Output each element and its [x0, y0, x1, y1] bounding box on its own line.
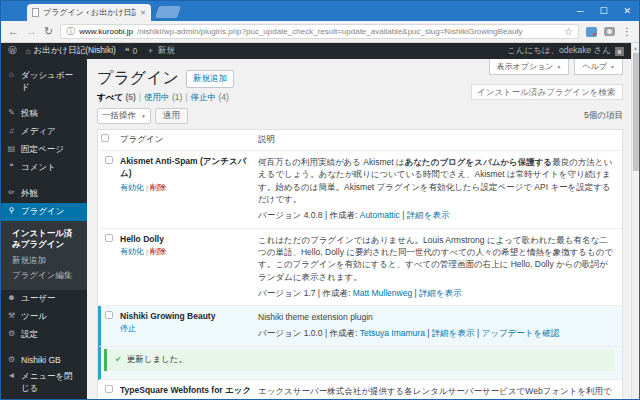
meta-link[interactable]: Automattic — [360, 210, 400, 220]
plugin-checkbox[interactable] — [105, 385, 113, 393]
maximize-button[interactable]: ☐ — [599, 6, 607, 16]
meta-link[interactable]: 詳細を表示 — [419, 288, 462, 298]
sidebar-item-dashboard[interactable]: ⌂ダッシュボード — [1, 67, 87, 97]
sidebar-item-users[interactable]: ☻ユーザー — [1, 290, 87, 308]
meta-link[interactable]: 詳細を表示 — [432, 328, 475, 338]
new-content-menu[interactable]: ＋ 新規 — [146, 45, 175, 57]
select-all-checkbox[interactable] — [101, 134, 109, 142]
meta-text: | — [475, 328, 482, 338]
sidebar-item-label: ツール — [21, 311, 47, 323]
url-host: www.kuroobi.jp — [79, 27, 133, 36]
activate-link[interactable]: 有効化 — [120, 183, 144, 192]
plugins-submenu: インストール済みプラグイン新規追加プラグイン編集 — [1, 221, 87, 290]
url-path: /nishiki/wp-admin/plugins.php?puc_update… — [137, 27, 560, 36]
bulk-action-select[interactable]: 一括操作 ▼ — [97, 108, 151, 124]
filter-active[interactable]: 使用中 (1) — [144, 92, 182, 102]
description-text: Nishiki theme extension plugin — [258, 312, 373, 322]
filter-label: 使用中 — [144, 92, 172, 102]
reload-icon[interactable]: ↻ — [44, 26, 53, 37]
users-icon: ☻ — [7, 293, 16, 302]
description-text: これはただのプラグインではありません。Louis Armstrong によって歌… — [258, 235, 613, 282]
account-menu[interactable]: こんにちは、odekake さん ☻ — [507, 45, 624, 57]
plus-icon: ＋ — [146, 45, 155, 57]
sidebar-item-tools[interactable]: ⚒ツール — [1, 308, 87, 326]
plugin-description: これはただのプラグインではありません。Louis Armstrong によって歌… — [258, 234, 614, 283]
submenu-item[interactable]: 新規追加 — [1, 253, 87, 268]
action-separator: | — [146, 183, 148, 192]
help-button[interactable]: ヘルプ ▼ — [574, 59, 623, 75]
filter-separator: | — [139, 92, 141, 102]
meta-link[interactable]: アップデートを確認 — [482, 328, 560, 338]
scroll-up-icon[interactable]: ▲ — [632, 43, 639, 51]
delete-link[interactable]: 削除 — [150, 183, 166, 192]
sidebar-item-pages[interactable]: ▤固定ページ — [1, 141, 87, 159]
extension-icon-2[interactable] — [604, 27, 615, 36]
delete-link[interactable]: 削除 — [150, 247, 166, 256]
description-text: 何百万もの利用実績がある Akismet は — [258, 157, 405, 167]
chrome-menu-icon[interactable]: ⋮ — [622, 26, 632, 37]
scrollbar-thumb[interactable] — [633, 53, 639, 171]
new-tab-button[interactable] — [155, 6, 181, 18]
description-text: あなたのブログをスパムから保護する — [405, 157, 553, 167]
appearance-icon: ✏ — [7, 188, 16, 197]
sidebar-item-collapse[interactable]: ◄メニューを閉じる — [1, 368, 87, 398]
submenu-item[interactable]: インストール済みプラグイン — [1, 226, 87, 253]
page-favicon-icon — [32, 8, 39, 17]
meta-link[interactable]: 詳細を表示 — [407, 210, 450, 220]
sidebar-item-media[interactable]: ♫メディア — [1, 123, 87, 141]
meta-link[interactable]: Tetsuya Imamura — [360, 328, 425, 338]
plugin-actions: 有効化|削除 — [120, 246, 252, 257]
sidebar-item-label: 外観 — [21, 188, 38, 200]
dashboard-icon: ⌂ — [7, 70, 16, 79]
row-checkbox-cell — [101, 306, 120, 346]
scrollbar[interactable]: ▲ — [631, 43, 639, 399]
add-new-plugin-button[interactable]: 新規追加 — [186, 70, 234, 88]
sidebar-item-nishiki[interactable]: ⚙Nishiki GB — [1, 352, 87, 368]
extension-icon-1[interactable] — [586, 27, 597, 37]
forward-icon[interactable]: → — [26, 26, 37, 37]
meta-text: | — [400, 210, 407, 220]
sidebar-item-posts[interactable]: ✎投稿 — [1, 105, 87, 123]
site-menu[interactable]: ⌂ お出かけ日記(Nishiki) — [26, 45, 116, 57]
table-header-row: プラグイン説明 — [98, 130, 622, 151]
bookmark-star-icon[interactable]: ☆ — [564, 26, 573, 37]
collapse-icon: ◄ — [7, 371, 16, 380]
chevron-down-icon: ▼ — [610, 64, 615, 70]
url-bar[interactable]: ⓘ www.kuroobi.jp /nishiki/wp-admin/plugi… — [60, 24, 579, 39]
deactivate-link[interactable]: 停止 — [120, 324, 136, 333]
plugin-checkbox[interactable] — [105, 234, 113, 242]
minimize-button[interactable]: ─ — [577, 6, 583, 16]
info-icon[interactable]: ⓘ — [66, 25, 75, 38]
screen-options-button[interactable]: 表示オプション ▼ — [489, 59, 570, 75]
sidebar-item-label: 固定ページ — [21, 144, 64, 156]
plugin-name-cell: TypeSquare Webfonts for エックスサーバー有効化|削除 — [120, 380, 258, 400]
activate-link[interactable]: 有効化 — [120, 247, 144, 256]
comments-menu[interactable]: ❝ 0 — [125, 46, 137, 56]
filter-count: (5) — [125, 92, 135, 102]
submenu-item[interactable]: プラグイン編集 — [1, 268, 87, 283]
meta-link[interactable]: Matt Mullenweg — [353, 288, 413, 298]
back-icon[interactable]: ← — [8, 26, 19, 37]
plugin-name-cell: Nishiki Growing Beauty停止 — [120, 306, 258, 346]
plugin-checkbox[interactable] — [105, 156, 113, 164]
sidebar-item-label: 投稿 — [21, 108, 38, 120]
browser-tab[interactable]: プラグイン ‹ お出かけ日記(N ✕ — [27, 4, 151, 21]
wp-logo-icon[interactable]: Ⓦ — [8, 45, 17, 57]
filter-all[interactable]: すべて (5) — [97, 92, 136, 102]
plugin-checkbox[interactable] — [105, 311, 113, 319]
sidebar-item-label: コメント — [21, 162, 56, 174]
sidebar-item-plugins[interactable]: ⚲プラグイン — [1, 203, 87, 221]
sidebar-item-settings[interactable]: ⚙設定 — [1, 326, 87, 344]
filter-inactive[interactable]: 停止中 (4) — [191, 92, 229, 102]
sidebar-item-label: ダッシュボード — [21, 70, 81, 94]
plugin-meta: バージョン 1.7 | 作成者: Matt Mullenweg | 詳細を表示 — [258, 287, 614, 299]
plugin-description-cell: Nishiki theme extension pluginバージョン 1.0.… — [258, 306, 622, 346]
tab-close-icon[interactable]: ✕ — [140, 9, 146, 17]
sidebar-item-appearance[interactable]: ✏外観 — [1, 185, 87, 203]
sidebar-item-comments[interactable]: ❝コメント — [1, 159, 87, 177]
close-button[interactable]: ✕ — [623, 6, 631, 16]
plugins-page-content: 表示オプション ▼ ヘルプ ▼ プラグイン 新規追加 すべて (5)|使用中 (… — [87, 59, 631, 400]
column-header-plugin: プラグイン — [120, 130, 258, 150]
search-installed-plugins-input[interactable] — [471, 84, 623, 100]
apply-button[interactable]: 適用 — [155, 108, 188, 124]
